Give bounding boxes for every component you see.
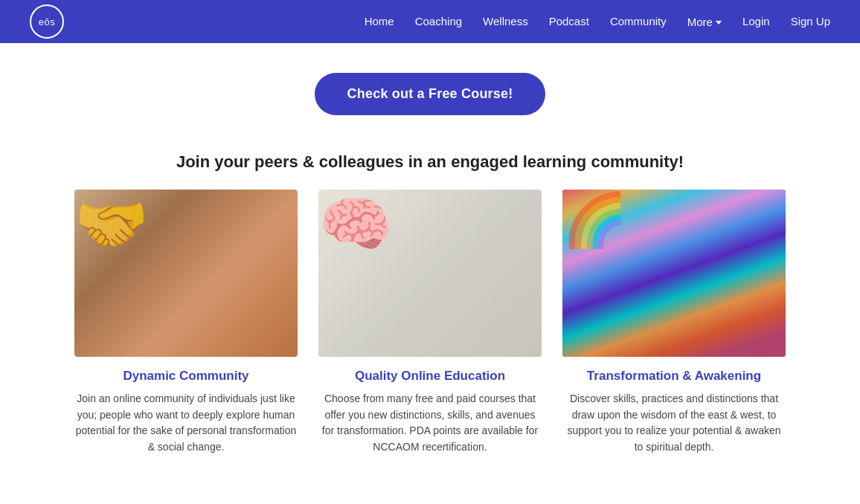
card-title-transformation: Transformation & Awakening bbox=[587, 369, 761, 384]
card-transformation: Transformation & Awakening Discover skil… bbox=[562, 190, 786, 456]
card-title-community: Dynamic Community bbox=[123, 369, 248, 384]
logo-text: eōs bbox=[39, 16, 55, 28]
cta-button[interactable]: Check out a Free Course! bbox=[315, 73, 546, 115]
logo-circle: eōs bbox=[30, 4, 64, 39]
card-image-community bbox=[74, 190, 298, 357]
hero-section: Check out a Free Course! bbox=[0, 43, 860, 130]
card-image-education bbox=[318, 190, 542, 357]
nav-link-wellness[interactable]: Wellness bbox=[483, 15, 528, 28]
nav-item-more[interactable]: More bbox=[687, 16, 722, 28]
card-text-transformation: Discover skills, practices and distincti… bbox=[562, 391, 786, 456]
nav-link-podcast[interactable]: Podcast bbox=[549, 15, 589, 28]
section-heading: Join your peers & colleagues in an engag… bbox=[15, 152, 845, 172]
logo[interactable]: eōs bbox=[30, 4, 64, 39]
nav-link-login[interactable]: Login bbox=[742, 15, 770, 28]
more-label: More bbox=[687, 16, 713, 28]
nav-links: Home Coaching Wellness Podcast Community… bbox=[365, 15, 830, 28]
nav-item-login[interactable]: Login bbox=[742, 15, 770, 28]
nav-link-coaching[interactable]: Coaching bbox=[415, 15, 462, 28]
nav-link-community[interactable]: Community bbox=[610, 15, 667, 28]
nav-item-home[interactable]: Home bbox=[365, 15, 394, 28]
nav-item-community[interactable]: Community bbox=[610, 15, 667, 28]
nav-item-coaching[interactable]: Coaching bbox=[415, 15, 462, 28]
nav-item-podcast[interactable]: Podcast bbox=[549, 15, 589, 28]
nav-item-wellness[interactable]: Wellness bbox=[483, 15, 528, 28]
card-image-transformation bbox=[562, 190, 786, 357]
chevron-down-icon bbox=[716, 21, 722, 25]
main-content: Join your peers & colleagues in an engag… bbox=[0, 152, 860, 485]
navbar: eōs Home Coaching Wellness Podcast Commu… bbox=[0, 0, 860, 43]
nav-item-signup[interactable]: Sign Up bbox=[791, 15, 830, 28]
card-text-community: Join an online community of individuals … bbox=[74, 391, 298, 456]
nav-link-more[interactable]: More bbox=[687, 16, 722, 28]
card-community: Dynamic Community Join an online communi… bbox=[74, 190, 298, 456]
nav-link-signup[interactable]: Sign Up bbox=[791, 15, 830, 28]
card-text-education: Choose from many free and paid courses t… bbox=[318, 391, 542, 456]
card-title-education: Quality Online Education bbox=[355, 369, 505, 384]
nav-link-home[interactable]: Home bbox=[365, 15, 394, 28]
cards-container: Dynamic Community Join an online communi… bbox=[0, 190, 860, 485]
card-education: Quality Online Education Choose from man… bbox=[318, 190, 542, 456]
